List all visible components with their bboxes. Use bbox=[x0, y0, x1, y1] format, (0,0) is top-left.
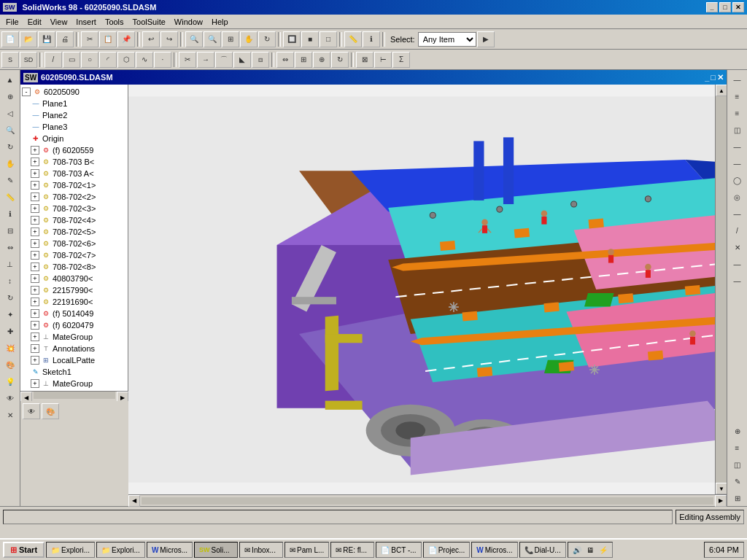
comp13-expander[interactable]: + bbox=[31, 286, 39, 295]
sidebar-section[interactable]: ⊟ bbox=[2, 222, 18, 238]
sidebar-explode[interactable]: 💥 bbox=[2, 340, 18, 356]
trim-button[interactable]: ✂ bbox=[179, 52, 196, 68]
right-icon-8[interactable]: ◎ bbox=[729, 189, 746, 205]
viewport-scrollbar-h[interactable]: ◀ ▶ bbox=[128, 494, 727, 506]
taskbar-item-7[interactable]: 📄 BCT -... bbox=[376, 542, 421, 558]
scroll-track-h[interactable] bbox=[142, 497, 713, 505]
taskbar-item-1[interactable]: 📁 Explori... bbox=[96, 542, 145, 558]
tree-scroll-track[interactable] bbox=[34, 392, 115, 399]
comp9-expander[interactable]: + bbox=[31, 239, 39, 248]
rotate-button[interactable]: ↻ bbox=[258, 31, 276, 47]
tree-item-plane3[interactable]: — Plane3 bbox=[22, 121, 126, 133]
comp10-expander[interactable]: + bbox=[31, 251, 39, 260]
undo-button[interactable]: ↩ bbox=[142, 31, 160, 47]
doc-close[interactable]: ✕ bbox=[717, 73, 724, 82]
comp3-expander[interactable]: + bbox=[31, 169, 39, 178]
construction-button[interactable]: ⊠ bbox=[356, 52, 374, 68]
tree-item-comp2[interactable]: + ⚙ 708-703 B< bbox=[22, 156, 126, 168]
spline-button[interactable]: ∿ bbox=[136, 52, 153, 68]
sidebar-rotate3d[interactable]: ↻ bbox=[2, 139, 18, 155]
tree-item-localpattern[interactable]: + ⊞ LocalLPatte bbox=[22, 354, 126, 366]
tree-item-sketch1[interactable]: ✎ Sketch1 bbox=[22, 366, 126, 378]
mg2-expander[interactable]: + bbox=[31, 379, 39, 388]
tree-item-comp1[interactable]: + ⚙ (f) 6020559 bbox=[22, 144, 126, 156]
save-button[interactable]: 💾 bbox=[38, 31, 55, 47]
right-icon-15[interactable]: ≡ bbox=[729, 440, 746, 456]
taskbar-item-2[interactable]: W Micros... bbox=[147, 542, 193, 558]
sidebar-pan2[interactable]: ✋ bbox=[2, 155, 18, 171]
comp15-expander[interactable]: + bbox=[31, 309, 39, 318]
start-button[interactable]: ⊞ Start bbox=[3, 542, 44, 558]
sidebar-xhat[interactable]: ✕ bbox=[2, 407, 18, 423]
scroll-track-v[interactable] bbox=[716, 96, 727, 483]
offset-button[interactable]: ⧈ bbox=[252, 52, 269, 68]
sidebar-move[interactable]: ↕ bbox=[2, 273, 18, 289]
line-button[interactable]: / bbox=[44, 52, 62, 68]
scroll-right-button[interactable]: ▶ bbox=[715, 495, 727, 507]
point-button[interactable]: · bbox=[154, 52, 171, 68]
sidebar-colstyle[interactable]: 🎨 bbox=[2, 357, 18, 373]
doc-minimize[interactable]: _ bbox=[705, 73, 709, 82]
close-button[interactable]: ✕ bbox=[732, 2, 744, 12]
right-icon-18[interactable]: ⊞ bbox=[729, 490, 746, 506]
doc-maximize[interactable]: □ bbox=[711, 73, 716, 82]
tree-item-comp11[interactable]: + ⚙ 708-702<8> bbox=[22, 261, 126, 273]
sidebar-pointer[interactable]: ▲ bbox=[2, 71, 18, 88]
tree-item-comp15[interactable]: + ⚙ (f) 5014049 bbox=[22, 308, 126, 319]
properties-button[interactable]: ℹ bbox=[363, 31, 380, 47]
menu-window[interactable]: Window bbox=[170, 16, 207, 28]
comp11-expander[interactable]: + bbox=[31, 262, 39, 271]
equations-button[interactable]: Σ bbox=[392, 52, 410, 68]
extend-button[interactable]: → bbox=[197, 52, 214, 68]
sidebar-zoom-select[interactable]: ⊕ bbox=[2, 88, 18, 104]
copy-button[interactable]: 📋 bbox=[99, 31, 117, 47]
scroll-left-button[interactable]: ◀ bbox=[128, 495, 140, 507]
mirror-button[interactable]: ⇔ bbox=[276, 52, 294, 68]
select-dropdown[interactable]: Any Item Components Faces Edges bbox=[418, 32, 476, 47]
tree-item-comp4[interactable]: + ⚙ 708-702<1> bbox=[22, 179, 126, 191]
print-button[interactable]: 🖨 bbox=[56, 31, 74, 47]
right-icon-16[interactable]: ◫ bbox=[729, 456, 746, 472]
root-expander[interactable]: - bbox=[22, 88, 31, 96]
menu-file[interactable]: File bbox=[1, 16, 23, 28]
sidebar-measure2[interactable]: 📏 bbox=[2, 189, 18, 205]
cut-button[interactable]: ✂ bbox=[81, 31, 98, 47]
tree-item-annotations[interactable]: + T Annotations bbox=[22, 343, 126, 354]
fillet-button[interactable]: ⌒ bbox=[215, 52, 233, 68]
taskbar-item-10[interactable]: 📞 Dial-U... bbox=[519, 542, 566, 558]
taskbar-item-9[interactable]: W Micros... bbox=[471, 542, 517, 558]
right-icon-13[interactable]: — bbox=[729, 273, 746, 289]
viewport-scrollbar-v[interactable]: ▲ ▼ bbox=[715, 85, 727, 494]
tree-eye-button[interactable]: 👁 bbox=[23, 403, 40, 419]
menu-insert[interactable]: Insert bbox=[71, 16, 101, 28]
maximize-button[interactable]: □ bbox=[719, 2, 731, 12]
comp16-expander[interactable]: + bbox=[31, 321, 39, 330]
right-icon-5[interactable]: — bbox=[729, 139, 746, 155]
sidebar-rotate-comp[interactable]: ↻ bbox=[2, 289, 18, 306]
tree-item-comp6[interactable]: + ⚙ 708-702<3> bbox=[22, 203, 126, 214]
right-icon-9[interactable]: — bbox=[729, 206, 746, 222]
taskbar-item-8[interactable]: 📄 Projec... bbox=[423, 542, 471, 558]
tree-item-origin[interactable]: ✚ Origin bbox=[22, 133, 126, 144]
right-icon-2[interactable]: ≡ bbox=[729, 88, 746, 104]
menu-tools[interactable]: Tools bbox=[101, 16, 128, 28]
paste-button[interactable]: 📌 bbox=[117, 31, 135, 47]
move-button[interactable]: ⊕ bbox=[313, 52, 330, 68]
tree-item-comp5[interactable]: + ⚙ 708-702<2> bbox=[22, 191, 126, 203]
pattern-button[interactable]: ⊞ bbox=[295, 52, 312, 68]
new-button[interactable]: 📄 bbox=[1, 31, 19, 47]
sidebar-smart-mates[interactable]: ✦ bbox=[2, 306, 18, 322]
relations-button[interactable]: ⊢ bbox=[374, 52, 392, 68]
tree-item-mategroup1[interactable]: + ⊥ MateGroup bbox=[22, 331, 126, 343]
tree-item-plane1[interactable]: — Plane1 bbox=[22, 98, 126, 109]
select-arrow-button[interactable]: ▶ bbox=[477, 31, 495, 47]
right-icon-10[interactable]: / bbox=[729, 222, 746, 238]
menu-toolsuite[interactable]: ToolSuite bbox=[128, 16, 170, 28]
sidebar-hide[interactable]: 👁 bbox=[2, 390, 18, 406]
mg1-expander[interactable]: + bbox=[31, 332, 39, 341]
comp5-expander[interactable]: + bbox=[31, 192, 39, 201]
zoom-fit-button[interactable]: ⊞ bbox=[222, 31, 239, 47]
taskbar-item-6[interactable]: ✉ RE: fl... bbox=[330, 542, 374, 558]
sidebar-mate[interactable]: ⊥ bbox=[2, 256, 18, 272]
circle-button[interactable]: ○ bbox=[81, 52, 98, 68]
